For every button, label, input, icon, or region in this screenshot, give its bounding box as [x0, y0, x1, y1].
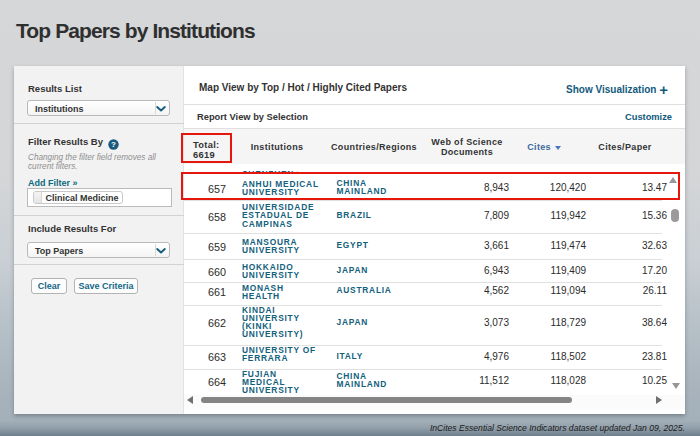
svg-text:?: ? [111, 140, 116, 149]
